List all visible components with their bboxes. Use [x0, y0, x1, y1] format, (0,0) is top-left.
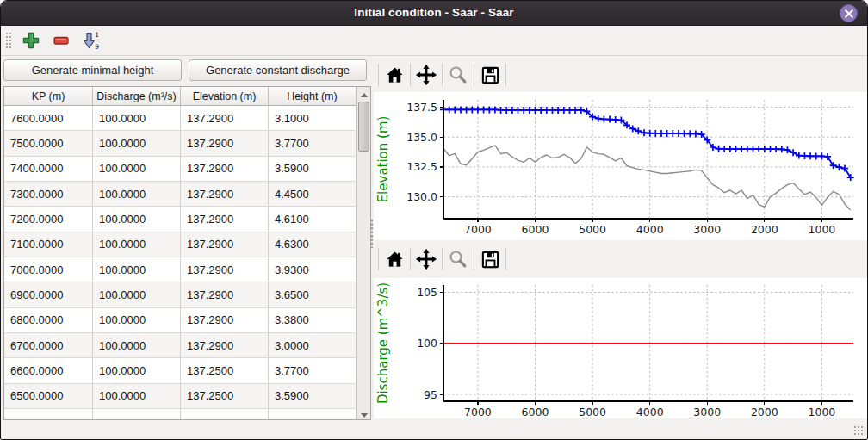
table-cell[interactable]: 100.0000 — [93, 308, 181, 332]
table-scrollbar[interactable] — [356, 87, 370, 419]
table-cell[interactable]: 137.2900 — [181, 257, 269, 282]
table-cell[interactable]: 137.2900 — [181, 333, 269, 357]
table-cell[interactable]: 137.2500 — [181, 358, 269, 382]
sort-descending-button[interactable]: 1 9 — [80, 29, 102, 52]
table-cell[interactable]: 7600.0000 — [4, 106, 93, 130]
x-tick-label: 2000 — [751, 223, 778, 236]
add-row-button[interactable] — [20, 29, 42, 52]
table-cell[interactable]: 3.6500 — [269, 282, 356, 307]
remove-row-button[interactable] — [50, 29, 72, 52]
table-cell[interactable]: 100.0000 — [93, 232, 181, 257]
table-cell[interactable]: 100.0000 — [93, 131, 181, 155]
table-cell[interactable]: 100.0000 — [93, 358, 181, 382]
save-button[interactable] — [477, 246, 503, 272]
generate-minimal-height-button[interactable]: Generate minimal height — [3, 59, 182, 81]
table-cell[interactable]: 100.0000 — [93, 333, 181, 357]
table-cell[interactable]: 7100.0000 — [4, 232, 93, 257]
x-tick-label: 3000 — [693, 406, 721, 418]
table-cell[interactable]: 100.0000 — [93, 257, 181, 282]
table-row: 7500.0000100.0000137.29003.7700 — [4, 131, 356, 156]
scrollbar-down-button[interactable] — [357, 407, 370, 419]
y-tick-label: 130.0 — [406, 190, 437, 203]
table-cell[interactable]: 6700.0000 — [4, 333, 93, 357]
zoom-button[interactable] — [445, 246, 471, 272]
table-cell[interactable]: 7200.0000 — [4, 207, 93, 231]
table-cell[interactable]: 4.6100 — [269, 207, 356, 231]
table-cell[interactable]: 100.0000 — [93, 384, 181, 408]
y-tick-label: 132.5 — [406, 160, 437, 173]
table-cell[interactable]: 137.2900 — [181, 232, 269, 257]
table-cell[interactable]: 137.2900 — [181, 282, 269, 307]
table-cell[interactable]: 3.9300 — [269, 257, 356, 282]
table-cell[interactable]: 6500.0000 — [4, 384, 93, 408]
y-tick-label: 137.5 — [406, 101, 437, 114]
table-cell[interactable]: 137.2900 — [181, 207, 269, 231]
discharge-plot-canvas[interactable]: 700060005000400030002000100010510095Disc… — [374, 278, 867, 418]
table-cell[interactable]: 7400.0000 — [4, 157, 93, 181]
x-tick-label: 1000 — [808, 223, 835, 236]
window-resize-grip[interactable] — [853, 425, 864, 436]
table-cell[interactable]: 3.1000 — [269, 106, 356, 130]
table-cell[interactable]: 6900.0000 — [4, 282, 93, 307]
table-row: 7300.0000100.0000137.29004.4500 — [4, 182, 356, 207]
save-icon — [480, 250, 500, 270]
table-row: 6600.0000100.0000137.25003.7700 — [4, 358, 356, 383]
home-icon — [385, 250, 405, 270]
table-cell[interactable]: 7300.0000 — [4, 182, 93, 206]
table-cell[interactable]: 6600.0000 — [4, 358, 93, 382]
series-markers-water-surface-elevation — [440, 106, 854, 181]
x-tick-label: 6000 — [522, 406, 549, 418]
x-tick-label: 3000 — [693, 223, 721, 236]
table-cell[interactable]: 6800.0000 — [4, 308, 93, 332]
column-header-0[interactable]: KP (m) — [4, 87, 93, 105]
elevation-plot-canvas[interactable]: 7000600050004000300020001000137.5135.013… — [374, 92, 867, 240]
column-header-3[interactable]: Height (m) — [269, 87, 356, 105]
toolbar-grip-handle[interactable] — [5, 32, 12, 49]
table-cell[interactable]: 3.7700 — [269, 131, 356, 155]
table-cell[interactable]: 137.2900 — [181, 106, 269, 130]
table-cell[interactable]: 100.0000 — [93, 106, 181, 130]
zoom-button[interactable] — [445, 62, 471, 88]
table-cell[interactable]: 100.0000 — [93, 207, 181, 231]
table-row: 7000.0000100.0000137.29003.9300 — [4, 257, 356, 282]
y-tick-label: 105 — [417, 286, 437, 299]
table-cell[interactable]: 3.0000 — [269, 333, 356, 357]
table-cell[interactable]: 3.3800 — [269, 308, 356, 332]
home-button[interactable] — [381, 62, 407, 88]
table-cell[interactable]: 3.5900 — [269, 157, 356, 181]
toolbar-separator — [442, 64, 443, 86]
scrollbar-thumb[interactable] — [358, 102, 369, 152]
y-axis-label: Discharge (m^3/s) — [375, 282, 391, 404]
pan-button[interactable] — [413, 62, 439, 88]
table-cell[interactable]: 137.2500 — [181, 384, 269, 408]
table-cell[interactable]: 7500.0000 — [4, 131, 93, 155]
sort-icon-top-label: 1 — [95, 31, 99, 39]
column-header-2[interactable]: Elevation (m) — [181, 87, 269, 105]
close-button[interactable] — [840, 4, 858, 22]
home-button[interactable] — [381, 246, 407, 272]
table-cell[interactable]: 137.2900 — [181, 131, 269, 155]
table-cell[interactable]: 3.7700 — [269, 358, 356, 382]
generate-constant-discharge-button[interactable]: Generate constant discharge — [189, 59, 367, 81]
pan-button[interactable] — [413, 246, 439, 272]
toolbar-separator — [474, 248, 474, 270]
table-row: 6900.0000100.0000137.29003.6500 — [4, 282, 356, 307]
table-cell[interactable]: 3.5900 — [269, 384, 356, 408]
table-cell-empty — [269, 409, 356, 419]
scrollbar-up-button[interactable] — [357, 87, 370, 99]
app-window: Initial condition - Saar - Saar 1 — [0, 0, 868, 440]
zoom-icon — [448, 249, 468, 270]
table-cell[interactable]: 7000.0000 — [4, 257, 93, 282]
column-header-1[interactable]: Discharge (m³/s) — [93, 87, 181, 105]
table-cell[interactable]: 4.6300 — [269, 232, 356, 257]
table-cell[interactable]: 100.0000 — [93, 182, 181, 206]
table-row: 6500.0000100.0000137.25003.5900 — [4, 384, 356, 409]
table-cell[interactable]: 137.2900 — [181, 182, 269, 206]
table-cell[interactable]: 4.4500 — [269, 182, 356, 206]
pan-icon — [415, 64, 437, 86]
table-cell[interactable]: 137.2900 — [181, 308, 269, 332]
save-button[interactable] — [477, 62, 503, 88]
table-cell[interactable]: 100.0000 — [93, 282, 181, 307]
table-cell[interactable]: 137.2900 — [181, 157, 269, 181]
table-cell[interactable]: 100.0000 — [93, 157, 181, 181]
